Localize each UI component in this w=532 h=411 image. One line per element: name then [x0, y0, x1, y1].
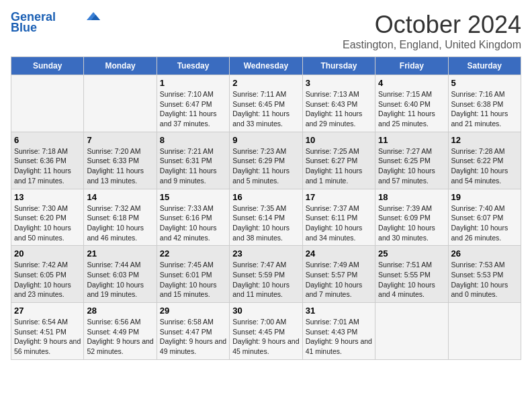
calendar-cell: 26 Sunrise: 7:53 AMSunset: 5:53 PMDaylig…	[448, 246, 521, 303]
cell-content: Sunrise: 7:32 AMSunset: 6:18 PMDaylight:…	[87, 203, 153, 243]
day-number: 21	[87, 248, 153, 259]
calendar-cell: 19 Sunrise: 7:40 AMSunset: 6:07 PMDaylig…	[448, 189, 521, 246]
cell-content: Sunrise: 7:27 AMSunset: 6:25 PMDaylight:…	[378, 146, 445, 186]
cell-content: Sunrise: 7:20 AMSunset: 6:33 PMDaylight:…	[87, 146, 153, 186]
cell-content: Sunrise: 7:33 AMSunset: 6:16 PMDaylight:…	[160, 203, 226, 243]
location: Eastington, England, United Kingdom	[343, 39, 521, 51]
calendar-cell: 29 Sunrise: 6:58 AMSunset: 4:47 PMDaylig…	[157, 303, 229, 360]
day-number: 7	[87, 135, 153, 145]
weekday-header: Saturday	[448, 57, 521, 75]
calendar-cell: 18 Sunrise: 7:39 AMSunset: 6:09 PMDaylig…	[375, 189, 448, 246]
calendar-cell: 6 Sunrise: 7:18 AMSunset: 6:36 PMDayligh…	[11, 132, 84, 189]
cell-content: Sunrise: 7:00 AMSunset: 4:45 PMDaylight:…	[232, 317, 299, 357]
calendar-header: SundayMondayTuesdayWednesdayThursdayFrid…	[11, 57, 521, 75]
calendar-cell: 3 Sunrise: 7:13 AMSunset: 6:43 PMDayligh…	[302, 75, 375, 132]
month-title: October 2024	[343, 11, 521, 39]
weekday-header: Wednesday	[230, 57, 302, 75]
day-number: 14	[87, 192, 153, 202]
logo-icon	[87, 11, 100, 21]
cell-content: Sunrise: 7:23 AMSunset: 6:29 PMDaylight:…	[232, 146, 299, 186]
weekday-header: Monday	[84, 57, 157, 75]
day-number: 30	[232, 306, 299, 316]
weekday-header: Friday	[375, 57, 448, 75]
day-number: 25	[378, 248, 445, 259]
weekday-header: Sunday	[11, 57, 84, 75]
logo: General Blue	[11, 11, 100, 35]
cell-content: Sunrise: 7:37 AMSunset: 6:11 PMDaylight:…	[306, 203, 372, 243]
page-header: General Blue October 2024 Eastington, En…	[11, 11, 521, 51]
calendar-cell: 30 Sunrise: 7:00 AMSunset: 4:45 PMDaylig…	[230, 303, 302, 360]
cell-content: Sunrise: 6:54 AMSunset: 4:51 PMDaylight:…	[14, 317, 81, 357]
day-number: 1	[160, 78, 226, 88]
cell-content: Sunrise: 7:13 AMSunset: 6:43 PMDaylight:…	[306, 89, 372, 129]
calendar-cell	[11, 75, 84, 132]
day-number: 5	[451, 78, 518, 88]
day-number: 26	[451, 248, 518, 259]
cell-content: Sunrise: 7:35 AMSunset: 6:14 PMDaylight:…	[232, 203, 299, 243]
day-number: 29	[160, 306, 226, 316]
calendar-cell: 21 Sunrise: 7:44 AMSunset: 6:03 PMDaylig…	[84, 246, 157, 303]
cell-content: Sunrise: 7:47 AMSunset: 5:59 PMDaylight:…	[232, 260, 299, 300]
cell-content: Sunrise: 7:44 AMSunset: 6:03 PMDaylight:…	[87, 260, 153, 300]
cell-content: Sunrise: 7:11 AMSunset: 6:45 PMDaylight:…	[232, 89, 299, 129]
day-number: 16	[232, 192, 299, 202]
calendar-cell: 23 Sunrise: 7:47 AMSunset: 5:59 PMDaylig…	[230, 246, 302, 303]
cell-content: Sunrise: 7:40 AMSunset: 6:07 PMDaylight:…	[451, 203, 518, 243]
calendar-cell: 12 Sunrise: 7:28 AMSunset: 6:22 PMDaylig…	[448, 132, 521, 189]
cell-content: Sunrise: 7:30 AMSunset: 6:20 PMDaylight:…	[14, 203, 81, 243]
title-block: October 2024 Eastington, England, United…	[343, 11, 521, 51]
calendar-cell: 14 Sunrise: 7:32 AMSunset: 6:18 PMDaylig…	[84, 189, 157, 246]
day-number: 2	[232, 78, 299, 88]
day-number: 13	[14, 192, 81, 202]
cell-content: Sunrise: 7:10 AMSunset: 6:47 PMDaylight:…	[160, 89, 226, 129]
cell-content: Sunrise: 7:49 AMSunset: 5:57 PMDaylight:…	[306, 260, 372, 300]
day-number: 18	[378, 192, 445, 202]
logo-blue-text: Blue	[11, 21, 37, 35]
calendar-cell: 27 Sunrise: 6:54 AMSunset: 4:51 PMDaylig…	[11, 303, 84, 360]
day-number: 11	[378, 135, 445, 145]
cell-content: Sunrise: 7:39 AMSunset: 6:09 PMDaylight:…	[378, 203, 445, 243]
calendar-cell: 16 Sunrise: 7:35 AMSunset: 6:14 PMDaylig…	[230, 189, 302, 246]
cell-content: Sunrise: 7:53 AMSunset: 5:53 PMDaylight:…	[451, 260, 518, 300]
day-number: 28	[87, 306, 153, 316]
day-number: 4	[378, 78, 445, 88]
cell-content: Sunrise: 7:28 AMSunset: 6:22 PMDaylight:…	[451, 146, 518, 186]
day-number: 24	[306, 248, 372, 259]
calendar-cell: 9 Sunrise: 7:23 AMSunset: 6:29 PMDayligh…	[230, 132, 302, 189]
day-number: 19	[451, 192, 518, 202]
calendar-cell	[84, 75, 157, 132]
cell-content: Sunrise: 7:15 AMSunset: 6:40 PMDaylight:…	[378, 89, 445, 129]
calendar-week-row: 13 Sunrise: 7:30 AMSunset: 6:20 PMDaylig…	[11, 189, 521, 246]
calendar-cell: 11 Sunrise: 7:27 AMSunset: 6:25 PMDaylig…	[375, 132, 448, 189]
calendar-cell: 22 Sunrise: 7:45 AMSunset: 6:01 PMDaylig…	[157, 246, 229, 303]
cell-content: Sunrise: 7:01 AMSunset: 4:43 PMDaylight:…	[306, 317, 372, 357]
cell-content: Sunrise: 6:56 AMSunset: 4:49 PMDaylight:…	[87, 317, 153, 357]
calendar-cell: 1 Sunrise: 7:10 AMSunset: 6:47 PMDayligh…	[157, 75, 229, 132]
calendar-cell: 8 Sunrise: 7:21 AMSunset: 6:31 PMDayligh…	[157, 132, 229, 189]
day-number: 10	[306, 135, 372, 145]
weekday-row: SundayMondayTuesdayWednesdayThursdayFrid…	[11, 57, 521, 75]
calendar-cell: 5 Sunrise: 7:16 AMSunset: 6:38 PMDayligh…	[448, 75, 521, 132]
day-number: 9	[232, 135, 299, 145]
calendar-week-row: 20 Sunrise: 7:42 AMSunset: 6:05 PMDaylig…	[11, 246, 521, 303]
calendar-cell: 15 Sunrise: 7:33 AMSunset: 6:16 PMDaylig…	[157, 189, 229, 246]
calendar-cell: 25 Sunrise: 7:51 AMSunset: 5:55 PMDaylig…	[375, 246, 448, 303]
calendar-cell: 20 Sunrise: 7:42 AMSunset: 6:05 PMDaylig…	[11, 246, 84, 303]
calendar-week-row: 1 Sunrise: 7:10 AMSunset: 6:47 PMDayligh…	[11, 75, 521, 132]
calendar-table: SundayMondayTuesdayWednesdayThursdayFrid…	[11, 56, 521, 360]
calendar-cell: 17 Sunrise: 7:37 AMSunset: 6:11 PMDaylig…	[302, 189, 375, 246]
calendar-cell: 2 Sunrise: 7:11 AMSunset: 6:45 PMDayligh…	[230, 75, 302, 132]
calendar-cell	[448, 303, 521, 360]
weekday-header: Thursday	[302, 57, 375, 75]
calendar-cell: 28 Sunrise: 6:56 AMSunset: 4:49 PMDaylig…	[84, 303, 157, 360]
day-number: 15	[160, 192, 226, 202]
day-number: 31	[306, 306, 372, 316]
calendar-cell: 24 Sunrise: 7:49 AMSunset: 5:57 PMDaylig…	[302, 246, 375, 303]
cell-content: Sunrise: 7:42 AMSunset: 6:05 PMDaylight:…	[14, 260, 81, 300]
calendar-cell: 7 Sunrise: 7:20 AMSunset: 6:33 PMDayligh…	[84, 132, 157, 189]
calendar-cell: 13 Sunrise: 7:30 AMSunset: 6:20 PMDaylig…	[11, 189, 84, 246]
day-number: 17	[306, 192, 372, 202]
cell-content: Sunrise: 6:58 AMSunset: 4:47 PMDaylight:…	[160, 317, 226, 357]
day-number: 8	[160, 135, 226, 145]
day-number: 27	[14, 306, 81, 316]
